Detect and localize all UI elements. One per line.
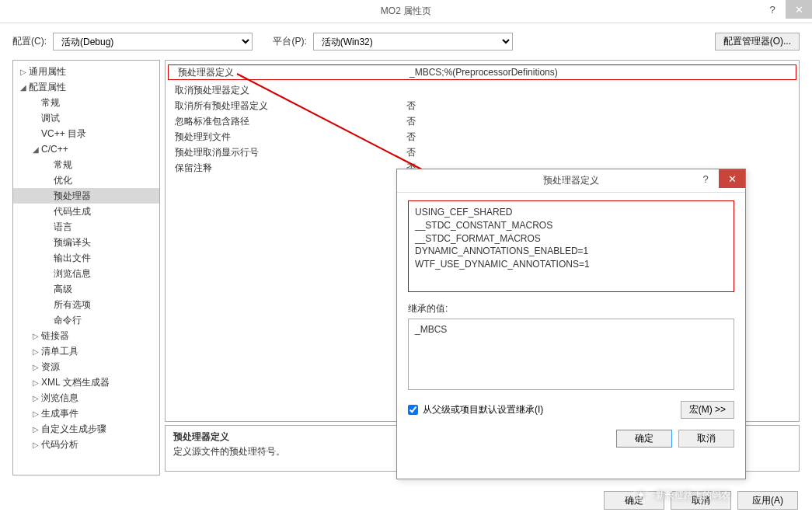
grid-row[interactable]: 预处理器定义_MBCS;%(PreprocessorDefinitions) [168, 64, 796, 80]
platform-select[interactable]: 活动(Win32) [313, 33, 513, 51]
tree-item[interactable]: ▷自定义生成步骤 [13, 421, 159, 437]
grid-row[interactable]: 忽略标准包含路径否 [166, 113, 799, 129]
tree-item[interactable]: 优化 [13, 172, 159, 188]
preprocessor-popup: 预处理器定义 ? ✕ 继承的值: _MBCS 从父级或项目默认设置继承(I) 宏… [396, 169, 746, 479]
tree-item-label: 预处理器 [54, 190, 91, 203]
definitions-textarea[interactable] [408, 200, 734, 292]
tree-item-label: XML 文档生成器 [41, 376, 110, 389]
close-button[interactable]: ✕ [786, 0, 812, 19]
popup-help-button[interactable]: ? [692, 169, 719, 188]
tree-item[interactable]: ▷资源 [13, 359, 159, 374]
tree-item[interactable]: 高级 [13, 281, 159, 297]
tree-item-label: 输出文件 [54, 252, 91, 265]
config-row: 配置(C): 活动(Debug) 平台(P): 活动(Win32) 配置管理器(… [0, 23, 812, 60]
tree-item[interactable]: 常规 [13, 157, 159, 172]
tree-item-label: 配置属性 [29, 81, 66, 94]
expand-icon: ◢ [18, 83, 29, 92]
tree-item[interactable]: 预处理器 [13, 188, 159, 204]
expand-icon: ▷ [30, 425, 41, 434]
grid-key: 预处理器定义 [169, 66, 409, 79]
tree-item[interactable]: 常规 [13, 95, 159, 110]
expand-icon: ▷ [30, 378, 41, 387]
tree-item-label: 通用属性 [29, 65, 66, 78]
tree-item-label: 代码生成 [54, 205, 91, 218]
inherited-label: 继承的值: [408, 302, 734, 315]
inherit-checkbox[interactable] [408, 405, 418, 415]
tree-item[interactable]: VC++ 目录 [13, 126, 159, 141]
expand-icon: ▷ [30, 441, 41, 449]
tree-item-label: 常规 [41, 96, 60, 110]
tree-item[interactable]: ◢配置属性 [13, 79, 159, 95]
tree-item-label: 高级 [54, 283, 72, 296]
expand-icon: ▷ [30, 332, 41, 340]
tree-item[interactable]: ◢C/C++ [13, 141, 159, 157]
tree-item[interactable]: ▷生成事件 [13, 406, 159, 421]
tree-item[interactable]: 调试 [13, 110, 159, 126]
tree-item-label: 链接器 [41, 329, 69, 343]
tree-item-label: 常规 [54, 158, 72, 172]
tree-item-label: 浏览信息 [54, 267, 91, 280]
grid-key: 取消预处理器定义 [166, 84, 406, 97]
grid-row[interactable]: 取消所有预处理器定义否 [166, 98, 799, 113]
grid-key: 预处理到文件 [166, 131, 406, 144]
grid-row[interactable]: 取消预处理器定义 [166, 82, 799, 98]
grid-row[interactable]: 预处理到文件否 [166, 129, 799, 145]
config-select[interactable]: 活动(Debug) [53, 33, 253, 51]
titlebar-buttons: ? ✕ [759, 0, 812, 19]
popup-cancel-button[interactable]: 取消 [678, 430, 734, 448]
grid-key: 预处理取消显示行号 [166, 146, 406, 159]
tree-item-label: 优化 [54, 174, 72, 187]
grid-value: _MBCS;%(PreprocessorDefinitions) [409, 67, 796, 78]
popup-title: 预处理器定义 [543, 174, 599, 187]
tree-item[interactable]: 语言 [13, 219, 159, 235]
platform-label: 平台(P): [273, 35, 306, 48]
tree-item[interactable]: 输出文件 [13, 250, 159, 266]
popup-close-button[interactable]: ✕ [719, 169, 745, 188]
macro-button[interactable]: 宏(M) >> [681, 401, 734, 419]
tree-item[interactable]: 命令行 [13, 312, 159, 328]
grid-key: 忽略标准包含路径 [166, 115, 406, 128]
tree-item-label: 自定义生成步骤 [41, 423, 106, 436]
tree-item-label: 清单工具 [41, 345, 78, 358]
expand-icon: ▷ [18, 68, 29, 76]
tree-item[interactable]: 预编译头 [13, 235, 159, 250]
config-manager-button[interactable]: 配置管理器(O)... [715, 33, 800, 51]
popup-titlebar: 预处理器定义 ? ✕ [397, 169, 745, 193]
tree-item-label: 命令行 [54, 314, 82, 327]
inherit-checkbox-label: 从父级或项目默认设置继承(I) [423, 403, 681, 416]
help-button[interactable]: ? [759, 0, 786, 19]
config-label: 配置(C): [12, 35, 47, 48]
inherited-values-box: _MBCS [408, 319, 734, 390]
grid-key: 取消所有预处理器定义 [166, 99, 406, 113]
expand-icon: ▷ [30, 347, 41, 356]
tree-item[interactable]: 所有选项 [13, 297, 159, 312]
tree-item[interactable]: 代码生成 [13, 204, 159, 219]
tree-item-label: 语言 [54, 221, 72, 234]
grid-value: 否 [406, 99, 799, 113]
window-title: MO2 属性页 [381, 5, 431, 18]
popup-ok-button[interactable]: 确定 [616, 430, 672, 448]
tree-item[interactable]: ▷清单工具 [13, 343, 159, 359]
title-bar: MO2 属性页 ? ✕ [0, 0, 812, 23]
nav-tree[interactable]: ▷通用属性◢配置属性常规调试VC++ 目录◢C/C++常规优化预处理器代码生成语… [12, 60, 160, 475]
grid-value: 否 [406, 146, 799, 159]
apply-button[interactable]: 应用(A) [737, 491, 798, 510]
expand-icon: ▷ [30, 363, 41, 371]
tree-item[interactable]: ▷通用属性 [13, 64, 159, 79]
tree-item-label: 资源 [41, 361, 60, 374]
tree-item[interactable]: 浏览信息 [13, 266, 159, 281]
expand-icon: ▷ [30, 394, 41, 402]
tree-item-label: C/C++ [41, 144, 68, 155]
tree-item-label: 所有选项 [54, 298, 91, 312]
grid-value: 否 [406, 131, 799, 144]
tree-item[interactable]: ▷XML 文档生成器 [13, 374, 159, 390]
tree-item[interactable]: ▷链接器 [13, 328, 159, 343]
tree-item-label: 预编译头 [54, 236, 91, 249]
expand-icon: ◢ [30, 145, 41, 154]
tree-item-label: 生成事件 [41, 407, 78, 420]
grid-row[interactable]: 预处理取消显示行号否 [166, 145, 799, 160]
tree-item-label: 浏览信息 [41, 392, 78, 405]
watermark: ✦ 新长征路上的码农 [633, 486, 730, 503]
tree-item[interactable]: ▷代码分析 [13, 437, 159, 452]
tree-item[interactable]: ▷浏览信息 [13, 390, 159, 406]
